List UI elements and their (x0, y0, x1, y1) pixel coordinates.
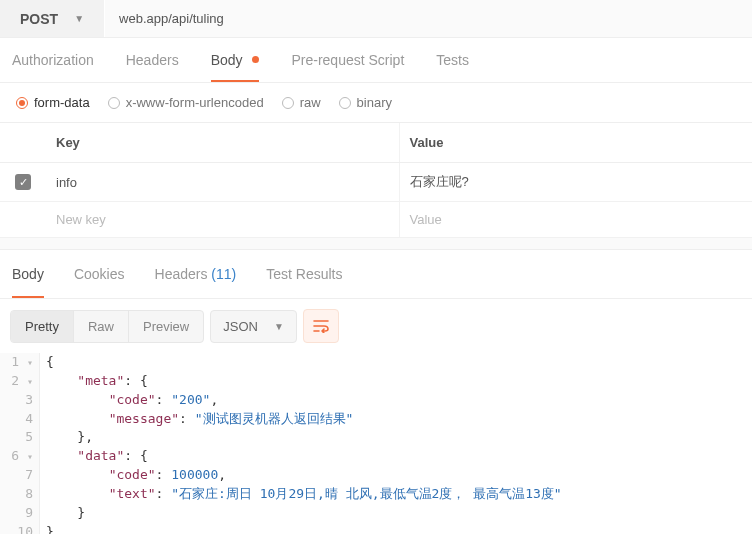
code-line: 1 ▾{ (0, 353, 752, 372)
code-content: }, (40, 428, 93, 447)
kv-value-text: 石家庄呢? (410, 173, 469, 191)
radio-urlencoded[interactable]: x-www-form-urlencoded (108, 95, 264, 110)
line-number: 5 (0, 428, 40, 447)
code-content: "code": "200", (40, 391, 218, 410)
response-code-viewer[interactable]: 1 ▾{2 ▾ "meta": {3 "code": "200",4 "mess… (0, 353, 752, 534)
radio-icon (108, 97, 120, 109)
code-content: } (40, 504, 85, 523)
code-line: 10} (0, 523, 752, 534)
line-number: 10 (0, 523, 40, 534)
code-line: 7 "code": 100000, (0, 466, 752, 485)
resp-tab-headers[interactable]: Headers (11) (155, 266, 237, 298)
wrap-icon (313, 319, 329, 333)
line-number: 1 ▾ (0, 353, 40, 372)
view-pretty-button[interactable]: Pretty (11, 311, 74, 342)
code-content: "data": { (40, 447, 148, 466)
code-line: 6 ▾ "data": { (0, 447, 752, 466)
response-tabs: Body Cookies Headers (11) Test Results (0, 250, 752, 299)
code-line: 2 ▾ "meta": { (0, 372, 752, 391)
tab-tests[interactable]: Tests (436, 52, 469, 82)
tab-body-label: Body (211, 52, 243, 68)
code-content: { (40, 353, 54, 372)
radio-icon (282, 97, 294, 109)
format-label: JSON (223, 319, 258, 334)
row-checkbox[interactable]: ✓ (15, 174, 31, 190)
code-line: 9 } (0, 504, 752, 523)
modified-dot-icon (252, 56, 259, 63)
line-number: 7 (0, 466, 40, 485)
kv-new-value-placeholder: Value (410, 212, 442, 227)
kv-new-value-input[interactable]: Value (399, 202, 753, 237)
tab-authorization[interactable]: Authorization (12, 52, 94, 82)
wrap-lines-button[interactable] (303, 309, 339, 343)
body-type-selector: form-data x-www-form-urlencoded raw bina… (0, 83, 752, 123)
tab-body[interactable]: Body (211, 52, 260, 82)
resp-tab-cookies[interactable]: Cookies (74, 266, 125, 298)
http-method-selector[interactable]: POST ▼ (0, 0, 105, 37)
radio-binary[interactable]: binary (339, 95, 392, 110)
code-content: "meta": { (40, 372, 148, 391)
response-toolbar: Pretty Raw Preview JSON ▼ (0, 299, 752, 353)
url-text: web.app/api/tuling (119, 11, 224, 26)
kv-header-row: Key Value (0, 123, 752, 163)
request-tabs: Authorization Headers Body Pre-request S… (0, 38, 752, 83)
line-number: 8 (0, 485, 40, 504)
radio-label: binary (357, 95, 392, 110)
line-number: 9 (0, 504, 40, 523)
radio-label: x-www-form-urlencoded (126, 95, 264, 110)
kv-header-value: Value (399, 123, 753, 162)
radio-form-data[interactable]: form-data (16, 95, 90, 110)
format-selector[interactable]: JSON ▼ (210, 310, 297, 343)
code-line: 5 }, (0, 428, 752, 447)
kv-key-text: info (56, 175, 77, 190)
resp-tab-body[interactable]: Body (12, 266, 44, 298)
radio-label: form-data (34, 95, 90, 110)
headers-count: (11) (211, 266, 236, 282)
resp-tab-testresults[interactable]: Test Results (266, 266, 342, 298)
code-content: "message": "测试图灵机器人返回结果" (40, 410, 353, 429)
tab-headers[interactable]: Headers (126, 52, 179, 82)
line-number: 2 ▾ (0, 372, 40, 391)
view-preview-button[interactable]: Preview (129, 311, 203, 342)
kv-row-new: New key Value (0, 202, 752, 238)
resp-tab-headers-label: Headers (155, 266, 208, 282)
view-mode-selector: Pretty Raw Preview (10, 310, 204, 343)
line-number: 4 (0, 410, 40, 429)
kv-value-input[interactable]: 石家庄呢? (399, 163, 753, 201)
kv-row: ✓ info 石家庄呢? (0, 163, 752, 202)
kv-new-key-input[interactable]: New key (46, 202, 399, 237)
radio-icon (339, 97, 351, 109)
method-label: POST (20, 11, 58, 27)
code-line: 8 "text": "石家庄:周日 10月29日,晴 北风,最低气温2度， 最高… (0, 485, 752, 504)
line-number: 6 ▾ (0, 447, 40, 466)
code-content: "code": 100000, (40, 466, 226, 485)
kv-new-key-placeholder: New key (56, 212, 106, 227)
chevron-down-icon: ▼ (74, 13, 84, 24)
radio-label: raw (300, 95, 321, 110)
kv-header-key: Key (46, 123, 399, 162)
view-raw-button[interactable]: Raw (74, 311, 129, 342)
code-content: "text": "石家庄:周日 10月29日,晴 北风,最低气温2度， 最高气温… (40, 485, 562, 504)
radio-raw[interactable]: raw (282, 95, 321, 110)
tab-prerequest[interactable]: Pre-request Script (291, 52, 404, 82)
chevron-down-icon: ▼ (274, 321, 284, 332)
kv-key-input[interactable]: info (46, 163, 399, 201)
code-line: 4 "message": "测试图灵机器人返回结果" (0, 410, 752, 429)
url-input[interactable]: web.app/api/tuling (105, 0, 752, 37)
radio-icon (16, 97, 28, 109)
code-line: 3 "code": "200", (0, 391, 752, 410)
code-content: } (40, 523, 54, 534)
line-number: 3 (0, 391, 40, 410)
